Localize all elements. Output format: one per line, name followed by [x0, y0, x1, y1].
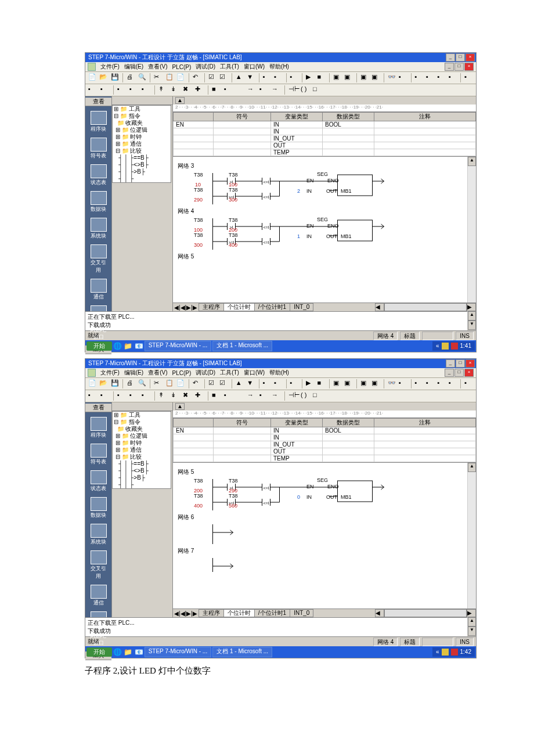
- taskbar: 开始 🌐 📁 📧 STEP 7-Micro/WIN - ... 文档 1 - M…: [85, 340, 476, 352]
- tool9-icon[interactable]: ▪: [448, 73, 457, 83]
- t5-icon[interactable]: ▪: [141, 85, 151, 95]
- ladder-editor[interactable]: 网络 3 >I <=I: [173, 157, 467, 303]
- menu-view[interactable]: 查看(V): [148, 63, 167, 71]
- minimize-button[interactable]: _: [446, 53, 455, 62]
- output-scroll[interactable]: ▲▼: [467, 311, 476, 327]
- app-title: STEP 7-Micro/WIN - 工程设计 于立荡 赵畅 - [SIMATI…: [86, 53, 242, 62]
- tool1-icon[interactable]: ▪: [262, 73, 272, 83]
- tab-timer[interactable]: 个位计时: [223, 303, 255, 311]
- tool5-icon[interactable]: ▪: [398, 73, 407, 83]
- close-button[interactable]: ×: [466, 53, 475, 62]
- menu-file[interactable]: 文件(F): [100, 63, 120, 71]
- t7-icon[interactable]: ▪: [259, 85, 269, 95]
- nav-program-block[interactable]: 程序块: [90, 111, 107, 133]
- tool2-icon[interactable]: ▪: [273, 73, 283, 83]
- mdi-close[interactable]: ×: [464, 63, 474, 71]
- caption-text: 子程序 2,设计 LED 灯中个位数字: [85, 665, 534, 676]
- run-icon[interactable]: ▶: [305, 73, 315, 83]
- mon4-icon[interactable]: ▣: [371, 73, 380, 83]
- screenshot-1: STEP 7-Micro/WIN - 工程设计 于立荡 赵畅 - [SIMATI…: [85, 52, 477, 352]
- arrow-icon[interactable]: →: [247, 85, 257, 95]
- svg-text:<=I: <=I: [263, 225, 269, 229]
- menu-plc[interactable]: PLC(P): [172, 64, 191, 70]
- contact-icon[interactable]: ⊣⊢: [288, 85, 298, 95]
- title-bar: STEP 7-Micro/WIN - 工程设计 于立荡 赵畅 - [SIMATI…: [85, 53, 476, 62]
- vertical-scrollbar[interactable]: ▲: [467, 157, 476, 303]
- taskbar-app2[interactable]: 文档 1 - Microsoft ...: [212, 341, 272, 351]
- network-5-label: 网络 5: [176, 252, 464, 261]
- cut-icon[interactable]: ✂: [153, 73, 163, 83]
- paste-icon[interactable]: 📄: [176, 73, 185, 83]
- tab-timer1[interactable]: /个位计时1: [254, 303, 290, 311]
- black-icon[interactable]: ■: [211, 85, 222, 95]
- svg-text:<=I: <=I: [263, 501, 269, 505]
- menu-help[interactable]: 帮助(H): [269, 63, 289, 71]
- t4-icon[interactable]: ▪: [129, 85, 139, 95]
- nav-status-chart[interactable]: 状态表: [90, 164, 107, 186]
- tab-int0[interactable]: INT_0: [290, 303, 313, 311]
- nav-bar: 查看 程序块 符号表 状态表 数据块 系统块 交叉引用 通信 设置 PG/PC …: [85, 96, 112, 311]
- menu-window[interactable]: 窗口(W): [244, 63, 265, 71]
- mdi-minimize[interactable]: _: [445, 63, 454, 71]
- t1-icon[interactable]: ▪: [88, 85, 98, 95]
- instruction-tree[interactable]: ⊞ 📁 工具⊟ 📁 指令 📁 收藏夹 ⊞ 📁 位逻辑 ⊞ 📁 时钟 ⊞ 📁 通信…: [112, 105, 171, 183]
- tool10-icon[interactable]: ▪: [464, 73, 473, 83]
- menu-debug[interactable]: 调试(D): [196, 63, 215, 71]
- net-up-icon[interactable]: ↟: [158, 85, 168, 95]
- save-icon[interactable]: 💾: [110, 73, 120, 83]
- mon2-icon[interactable]: ▣: [344, 73, 353, 83]
- new-icon[interactable]: 📄: [88, 73, 97, 83]
- undo-icon[interactable]: ↶: [192, 73, 201, 83]
- taskbar-app1[interactable]: STEP 7-Micro/WIN - ...: [145, 341, 212, 351]
- maximize-button[interactable]: □: [456, 53, 465, 62]
- t3-icon[interactable]: ▪: [117, 85, 127, 95]
- tab-main[interactable]: 主程序: [199, 303, 224, 311]
- net-add-icon[interactable]: ✚: [194, 85, 205, 95]
- mdi-maximize[interactable]: □: [454, 63, 464, 71]
- coil-icon[interactable]: ( ): [300, 85, 311, 95]
- nav-cross-ref[interactable]: 交叉引用: [90, 244, 107, 274]
- doc-icon: [88, 63, 96, 71]
- copy-icon[interactable]: 📋: [165, 73, 174, 83]
- network-7: [176, 558, 464, 572]
- menu-bar: 文件(F) 编辑(E) 查看(V) PLC(P) 调试(D) 工具(T) 窗口(…: [85, 62, 476, 72]
- print-icon[interactable]: 🖨: [126, 73, 135, 83]
- compile-all-icon[interactable]: ☑: [219, 73, 228, 83]
- open-icon[interactable]: 📂: [99, 73, 108, 83]
- tree-toggle[interactable]: ▲: [175, 97, 185, 104]
- tool8-icon[interactable]: ▪: [436, 73, 446, 83]
- preview-icon[interactable]: 🔍: [138, 73, 147, 83]
- upload-icon[interactable]: ▲: [235, 73, 244, 83]
- system-tray[interactable]: « 1:41: [432, 341, 475, 351]
- net-down-icon[interactable]: ↡: [170, 85, 181, 95]
- tool7-icon[interactable]: ▪: [425, 73, 435, 83]
- toolbar-2: ▪ ▪ ▪ ▪ ▪ ↟ ↡ ✖ ✚ ■ ▪ → ▪ → ⊣⊢ ( ) □: [85, 84, 476, 96]
- t2-icon[interactable]: ▪: [100, 85, 110, 95]
- start-button[interactable]: 开始: [86, 341, 112, 351]
- mon3-icon[interactable]: ▣: [360, 73, 369, 83]
- tool6-icon[interactable]: ▪: [414, 73, 424, 83]
- glasses-icon[interactable]: 👓: [387, 73, 396, 83]
- network-3: >I <=I >=I <=I: [176, 173, 464, 204]
- menu-edit[interactable]: 编辑(E): [124, 63, 143, 71]
- mon1-icon[interactable]: ▣: [333, 73, 342, 83]
- nav-symbol-table[interactable]: 符号表: [90, 138, 107, 160]
- tree-header: [112, 96, 172, 105]
- box-icon[interactable]: □: [312, 85, 323, 95]
- compile-icon[interactable]: ☑: [208, 73, 217, 83]
- net-del-icon[interactable]: ✖: [182, 85, 193, 95]
- t6-icon[interactable]: ▪: [223, 85, 234, 95]
- nav-data-block[interactable]: 数据块: [90, 191, 107, 213]
- t8-icon[interactable]: →: [271, 85, 282, 95]
- download-icon[interactable]: ▼: [246, 73, 255, 83]
- nav-system-block[interactable]: 系统块: [90, 218, 107, 240]
- status-bar: 就绪 网络 4 标题 INS: [85, 330, 476, 340]
- scroll-left[interactable]: ◀: [375, 303, 384, 311]
- scroll-right[interactable]: ▶: [467, 303, 476, 311]
- menu-tools[interactable]: 工具(T): [220, 63, 239, 71]
- network-5-s2: >I <=I >=I <=I: [176, 479, 464, 510]
- tool3-icon[interactable]: ▪: [290, 73, 299, 83]
- svg-text:<=I: <=I: [263, 195, 269, 199]
- stop-icon[interactable]: ■: [316, 73, 326, 83]
- nav-comm[interactable]: 通信: [90, 279, 107, 301]
